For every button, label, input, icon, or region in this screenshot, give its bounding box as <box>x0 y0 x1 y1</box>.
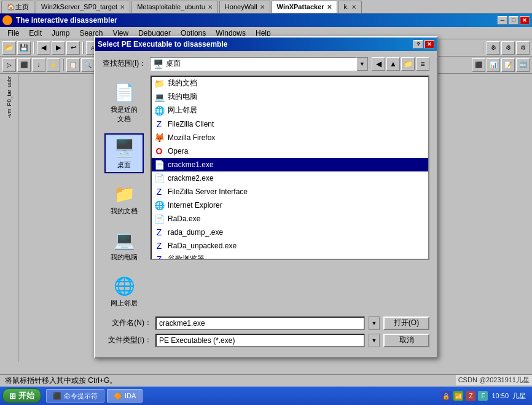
mypc-icon: 💻 <box>113 229 135 251</box>
dialog-body: 查找范围(I)： 🖥️ 桌面 ▼ ◀ ▲ 📁 ≡ <box>95 51 437 357</box>
file-item-chrome[interactable]: Z 谷歌浏览器 <box>152 253 428 260</box>
filename-input[interactable] <box>155 317 365 330</box>
filetype-label: 文件类型(I)： <box>103 335 152 345</box>
file-item-rada[interactable]: 📄 RaDa.exe <box>152 212 428 226</box>
tray-icon-2: 📶 <box>453 391 463 401</box>
dialog-title: Select PE Executable to disassemble <box>98 40 413 49</box>
tray-icons: 🔒 📶 Z F <box>441 391 488 401</box>
tab-k[interactable]: k. ✕ <box>338 1 362 13</box>
file-item-crackme1[interactable]: 📄 crackme1.exe <box>152 158 428 171</box>
filetype-dropdown[interactable]: PE Executables (*.exe) <box>155 334 365 347</box>
location-dropdown-value[interactable]: 🖥️ 桌面 <box>150 57 357 71</box>
filename-label: 文件名(N)： <box>103 318 152 328</box>
taskbar-app-cmd[interactable]: ⬛ 命令提示符 <box>46 389 104 403</box>
filetype-dropdown-arrow[interactable]: ▼ <box>369 334 380 347</box>
tab-winxp[interactable]: WinXPattacker ✕ <box>272 1 337 13</box>
sidebar-place-mypc[interactable]: 💻 我的电脑 <box>104 226 144 265</box>
file-icon-crackme2: 📄 <box>154 173 164 183</box>
dialog-window-controls: ? ✕ <box>413 40 434 49</box>
taskbar-date: 几星 <box>512 391 526 401</box>
nav-buttons: ◀ ▲ 📁 ≡ <box>372 57 429 71</box>
taskbar-apps: ⬛ 命令提示符 🔶 IDA <box>46 389 441 403</box>
nav-back-button[interactable]: ◀ <box>372 57 385 71</box>
nav-up-button[interactable]: ▲ <box>386 57 400 71</box>
nav-new-folder-button[interactable]: 📁 <box>401 57 415 71</box>
tab-close-meta[interactable]: ✕ <box>208 4 213 10</box>
filename-row: 文件名(N)： ▼ 打开(O) <box>103 317 429 330</box>
ida-taskbar-icon: 🔶 <box>114 392 122 400</box>
file-item-mypc[interactable]: 💻 我的电脑 <box>152 90 428 104</box>
file-name-filezilla-server: FileZilla Server Interface <box>168 187 248 196</box>
file-name-mypc: 我的电脑 <box>168 92 197 102</box>
network-label: 网上邻居 <box>111 299 138 308</box>
sidebar-place-recent[interactable]: 📄 我是近的文档 <box>104 78 144 127</box>
file-name-crackme1: crackme1.exe <box>168 160 214 169</box>
file-list[interactable]: 📁 我的文档 💻 我的电脑 🌐 网上邻居 Z FileZilla Client <box>151 76 429 260</box>
file-icon-opera: O <box>154 146 164 156</box>
location-label: 查找范围(I)： <box>103 58 146 69</box>
recent-icon: 📄 <box>113 82 135 104</box>
file-icon-rada-unpacked: Z <box>154 241 164 251</box>
desktop-label: 桌面 <box>117 160 131 170</box>
tray-icon-4: F <box>478 391 488 401</box>
dialog-content: 📄 我是近的文档 🖥️ 桌面 📁 我的文档 💻 我的电脑 <box>103 76 429 312</box>
file-icon-firefox: 🦊 <box>154 133 164 143</box>
file-item-network[interactable]: 🌐 网上邻居 <box>152 104 428 117</box>
dialog-help-button[interactable]: ? <box>413 40 423 49</box>
file-icon-rada-dump: Z <box>154 227 164 237</box>
file-item-filezilla-server[interactable]: Z FileZilla Server Interface <box>152 185 428 199</box>
file-item-ie[interactable]: 🌐 Internet Explorer <box>152 199 428 212</box>
tab-win2k[interactable]: Win2kServer_SP0_target ✕ <box>36 1 130 13</box>
mydocs-label: 我的文档 <box>111 206 138 216</box>
file-icon-filezilla: Z <box>154 119 164 129</box>
file-item-opera[interactable]: O Opera <box>152 144 428 158</box>
sidebar-place-mydocs[interactable]: 📁 我的文档 <box>104 179 144 219</box>
network-icon: 🌐 <box>113 275 135 297</box>
dialog-sidebar: 📄 我是近的文档 🖥️ 桌面 📁 我的文档 💻 我的电脑 <box>103 76 146 312</box>
dialog-titlebar: Select PE Executable to disassemble ? ✕ <box>95 37 437 51</box>
file-icon-rada: 📄 <box>154 214 164 224</box>
location-control: 🖥️ 桌面 ▼ <box>150 57 368 71</box>
mypc-label: 我的电脑 <box>111 253 138 262</box>
file-item-filezilla-client[interactable]: Z FileZilla Client <box>152 117 428 131</box>
tab-close-k[interactable]: ✕ <box>351 4 356 10</box>
file-item-mydoc[interactable]: 📁 我的文档 <box>152 77 428 90</box>
file-item-rada-dump[interactable]: Z rada_dump_.exe <box>152 226 428 239</box>
tab-close-honey[interactable]: ✕ <box>260 4 265 10</box>
file-icon-mypc: 💻 <box>154 92 164 102</box>
sidebar-place-desktop[interactable]: 🖥️ 桌面 <box>104 133 144 173</box>
tab-home[interactable]: 🏠 主页 <box>1 1 34 13</box>
location-dropdown-arrow[interactable]: ▼ <box>357 57 368 71</box>
taskbar-app-ida[interactable]: 🔶 IDA <box>107 389 143 403</box>
browser-tabbar: 🏠 主页 Win2kServer_SP0_target ✕ Metasploit… <box>0 0 532 14</box>
file-name-network: 网上邻居 <box>168 105 197 116</box>
file-name-ie: Internet Explorer <box>168 201 222 210</box>
cancel-button[interactable]: 取消 <box>383 334 429 347</box>
file-icon-chrome: Z <box>154 254 164 260</box>
tab-honey[interactable]: HoneyWall ✕ <box>219 1 270 13</box>
start-button[interactable]: ⊞ 开始 <box>2 388 41 403</box>
watermark: CSDN @20231911几星 <box>456 375 532 385</box>
filename-dropdown-arrow[interactable]: ▼ <box>369 317 380 330</box>
nav-view-button[interactable]: ≡ <box>416 57 429 71</box>
tab-meta[interactable]: Metasploitable_ubuntu ✕ <box>131 1 218 13</box>
tab-close-win2k[interactable]: ✕ <box>120 4 125 10</box>
start-icon: ⊞ <box>9 391 16 401</box>
file-icon-crackme1: 📄 <box>154 160 164 170</box>
sidebar-place-network[interactable]: 🌐 网上邻居 <box>104 272 144 312</box>
tab-close-winxp[interactable]: ✕ <box>327 4 332 10</box>
open-button[interactable]: 打开(O) <box>383 317 429 330</box>
location-row: 查找范围(I)： 🖥️ 桌面 ▼ ◀ ▲ 📁 ≡ <box>103 57 429 71</box>
file-name-chrome: 谷歌浏览器 <box>168 254 205 260</box>
mydocs-icon: 📁 <box>113 183 135 205</box>
file-icon-network: 🌐 <box>154 106 164 116</box>
dialog-close-button[interactable]: ✕ <box>424 40 434 49</box>
file-item-firefox[interactable]: 🦊 Mozilla Firefox <box>152 131 428 144</box>
file-name-rada-unpacked: RaDa_unpacked.exe <box>168 242 237 250</box>
taskbar-right: 🔒 📶 Z F 10:50 几星 <box>441 391 530 401</box>
file-item-crackme2[interactable]: 📄 crackme2.exe <box>152 171 428 185</box>
file-name-rada: RaDa.exe <box>168 214 200 223</box>
taskbar-time: 10:50 <box>491 392 509 399</box>
file-item-rada-unpacked[interactable]: Z RaDa_unpacked.exe <box>152 239 428 253</box>
file-name-opera: Opera <box>168 147 188 155</box>
